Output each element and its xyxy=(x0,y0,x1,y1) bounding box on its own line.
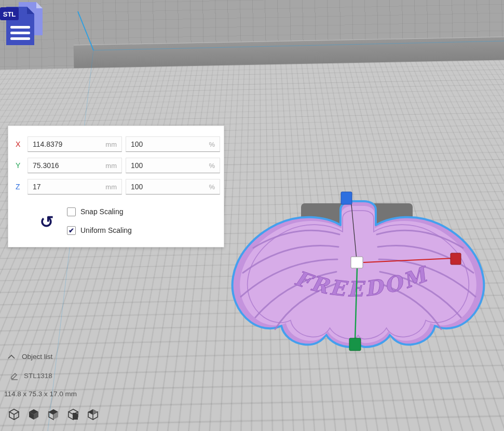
axis-z-label: Z xyxy=(16,183,24,191)
pencil-icon xyxy=(10,371,19,380)
shaded-cube-icon[interactable] xyxy=(47,408,60,421)
snap-scaling-label: Snap Scaling xyxy=(80,207,124,216)
object-list-label: Object list xyxy=(22,353,52,360)
snap-scaling-row[interactable]: Snap Scaling xyxy=(67,206,124,217)
uniform-scaling-checkbox[interactable]: ✔ xyxy=(67,226,76,235)
scale-row-y: Y mm % xyxy=(16,158,220,173)
scale-row-x: X mm % xyxy=(16,136,220,152)
model-dimensions-label: 114.8 x 75.3 x 17.0 mm xyxy=(4,390,77,398)
layer-view-cube-icon[interactable] xyxy=(66,408,80,421)
scale-handle-y[interactable] xyxy=(349,338,361,351)
snap-scaling-checkbox[interactable] xyxy=(67,207,76,216)
model-freedom-mold[interactable]: FREEDOM xyxy=(223,176,503,363)
reset-scale-icon[interactable]: ↺ xyxy=(35,211,58,233)
scale-x-mm-field: mm xyxy=(28,136,122,152)
scale-z-percent-input[interactable] xyxy=(126,179,220,194)
scale-y-mm-input[interactable] xyxy=(28,158,121,173)
view-mode-toolbar xyxy=(7,408,100,421)
mold-body[interactable]: FREEDOM xyxy=(233,201,484,347)
scale-x-mm-input[interactable] xyxy=(28,137,121,151)
scale-handle-z[interactable] xyxy=(341,192,352,204)
wireframe-cube-icon[interactable] xyxy=(7,408,21,421)
scale-handle-x[interactable] xyxy=(451,253,461,265)
scale-handle-center[interactable] xyxy=(351,257,363,268)
scale-y-mm-field: mm xyxy=(28,158,122,173)
object-list-toggle[interactable]: Object list xyxy=(7,353,52,360)
scale-y-percent-field: % xyxy=(126,158,220,173)
scale-x-percent-input[interactable] xyxy=(126,137,220,151)
axis-x-label: X xyxy=(16,140,24,148)
stl-file-icon[interactable]: STL xyxy=(0,0,48,51)
stl-badge-label: STL xyxy=(3,10,16,18)
scale-z-mm-field: mm xyxy=(28,179,122,194)
uniform-scaling-row[interactable]: ✔ Uniform Scaling xyxy=(67,225,132,235)
object-name-label: STL1318 xyxy=(24,372,52,380)
scale-row-z: Z mm % xyxy=(16,179,220,194)
axis-y-label: Y xyxy=(16,161,24,170)
chevron-up-icon xyxy=(7,354,16,359)
scale-x-percent-field: % xyxy=(126,136,220,152)
scale-z-percent-field: % xyxy=(126,179,220,194)
solid-cube-icon[interactable] xyxy=(27,408,40,421)
scale-z-mm-input[interactable] xyxy=(28,179,121,194)
uniform-scaling-label: Uniform Scaling xyxy=(80,226,132,234)
scale-tool-panel: X mm % Y mm % Z mm % ↺ xyxy=(8,126,224,247)
section-view-cube-icon[interactable] xyxy=(86,408,100,421)
selected-object-row[interactable]: STL1318 xyxy=(10,371,52,380)
scale-y-percent-input[interactable] xyxy=(126,158,220,173)
